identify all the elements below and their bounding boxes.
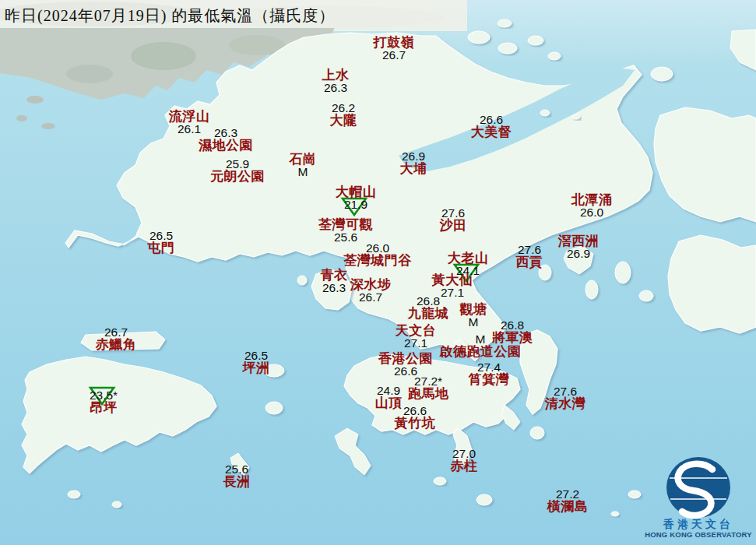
station-name: 天文台 bbox=[396, 324, 437, 337]
station-大美督: 26.6大美督 bbox=[471, 114, 512, 139]
station-九龍城: 26.8九龍城 bbox=[408, 295, 449, 320]
station-value: 27.1 bbox=[396, 337, 437, 349]
station-打鼓嶺: 打鼓嶺26.7 bbox=[374, 36, 415, 61]
station-name: 西貢 bbox=[516, 255, 543, 269]
station-荃灣可觀: 荃灣可觀25.6 bbox=[318, 218, 373, 243]
stations-layer: 打鼓嶺26.7上水26.326.2大隴流浮山26.126.3濕地公園25.9元朗… bbox=[0, 0, 756, 545]
station-name: 打鼓嶺 bbox=[374, 36, 415, 49]
station-清水灣: 27.6清水灣 bbox=[545, 385, 586, 410]
station-value: 26.7 bbox=[350, 291, 392, 303]
station-name: 九龍城 bbox=[408, 307, 449, 320]
station-value: 23.5* bbox=[90, 389, 118, 401]
station-value: 26.5 bbox=[243, 350, 270, 361]
station-value: 26.8 bbox=[492, 319, 533, 331]
station-name: 跑馬地 bbox=[408, 387, 449, 400]
station-name: 深水埗 bbox=[350, 278, 392, 291]
station-荃灣城門谷: 26.0荃灣城門谷 bbox=[343, 242, 412, 267]
station-value: 26.8 bbox=[408, 295, 449, 307]
station-value: 26.0 bbox=[571, 206, 613, 218]
station-name: 香港公園 bbox=[378, 352, 433, 365]
station-value: 25.9 bbox=[210, 158, 265, 170]
station-value: M bbox=[290, 166, 317, 178]
station-坪洲: 26.5坪洲 bbox=[243, 350, 270, 374]
station-元朗公園: 25.9元朗公園 bbox=[210, 158, 265, 183]
station-name: 黃大仙 bbox=[432, 273, 473, 287]
station-value: 27.6 bbox=[516, 244, 543, 255]
station-大隴: 26.2大隴 bbox=[330, 102, 357, 127]
station-name: 荃灣城門谷 bbox=[343, 254, 412, 267]
station-香港公園: 香港公園26.6 bbox=[378, 352, 433, 377]
station-value: 26.2 bbox=[330, 102, 357, 114]
station-name: 赤柱 bbox=[451, 459, 478, 473]
hko-logo-name-en: HONG KONG OBSERVATORY bbox=[645, 530, 752, 539]
station-value: M bbox=[460, 316, 487, 328]
station-value: 27.2 bbox=[547, 488, 589, 500]
station-value: 25.6 bbox=[318, 231, 373, 243]
station-大帽山: 大帽山21.9 bbox=[336, 185, 377, 210]
station-name: 石崗 bbox=[290, 153, 317, 166]
station-value: 26.3 bbox=[322, 82, 350, 93]
station-赤柱: 27.0赤柱 bbox=[451, 448, 478, 473]
station-啟德跑道公園: M啟德跑道公園 bbox=[440, 333, 522, 358]
station-深水埗: 深水埗26.7 bbox=[350, 278, 392, 303]
station-value: 21.9 bbox=[336, 199, 377, 210]
weather-map-screenshot: .land{fill:#edf7ee;stroke:#ffffff;stroke… bbox=[0, 0, 756, 545]
station-name: 觀塘 bbox=[460, 303, 487, 316]
station-青衣: 青衣26.3 bbox=[321, 269, 348, 294]
station-value: 25.6 bbox=[223, 463, 251, 475]
station-北潭涌: 北潭涌26.0 bbox=[571, 193, 613, 218]
station-name: 沙田 bbox=[440, 219, 467, 232]
station-name: 屯門 bbox=[148, 241, 175, 255]
station-西貢: 27.6西貢 bbox=[516, 244, 543, 269]
station-name: 昂坪 bbox=[90, 401, 118, 414]
station-value: 27.2* bbox=[408, 375, 449, 387]
station-value: 26.3 bbox=[199, 127, 253, 139]
station-value: 26.6 bbox=[471, 114, 512, 125]
station-value: 26.6 bbox=[395, 405, 436, 417]
station-長洲: 25.6長洲 bbox=[223, 463, 251, 488]
station-value: 27.6 bbox=[440, 207, 467, 219]
station-跑馬地: 27.2*跑馬地 bbox=[408, 375, 449, 400]
station-name: 青衣 bbox=[321, 269, 348, 282]
station-name: 元朗公園 bbox=[210, 170, 265, 183]
station-name: 濕地公園 bbox=[199, 139, 253, 152]
station-大埔: 26.9大埔 bbox=[400, 150, 427, 175]
station-value: 26.0 bbox=[343, 242, 412, 254]
station-石崗: 石崗M bbox=[290, 153, 317, 178]
station-赤鱲角: 26.7赤鱲角 bbox=[96, 326, 137, 351]
station-value: 26.7 bbox=[374, 49, 415, 61]
station-value: 26.5 bbox=[148, 230, 175, 241]
station-name: 滘西洲 bbox=[558, 234, 600, 248]
station-name: 流浮山 bbox=[169, 110, 210, 123]
station-value: 26.9 bbox=[400, 150, 427, 162]
station-name: 赤鱲角 bbox=[96, 338, 137, 351]
station-昂坪: 23.5*昂坪 bbox=[90, 389, 118, 414]
station-name: 坪洲 bbox=[243, 361, 270, 374]
station-value: 24.9 bbox=[375, 385, 403, 396]
station-天文台: 天文台27.1 bbox=[396, 324, 437, 349]
station-觀塘: 觀塘M bbox=[460, 303, 487, 328]
station-name: 上水 bbox=[322, 69, 350, 82]
station-name: 荃灣可觀 bbox=[318, 218, 373, 231]
station-name: 黃竹坑 bbox=[395, 417, 436, 430]
station-濕地公園: 26.3濕地公園 bbox=[199, 127, 253, 152]
station-value: 27.4 bbox=[469, 361, 510, 373]
station-滘西洲: 滘西洲26.9 bbox=[558, 234, 600, 259]
station-name: 大帽山 bbox=[336, 185, 377, 199]
station-value: 27.6 bbox=[545, 385, 586, 397]
station-name: 橫瀾島 bbox=[547, 500, 589, 513]
station-上水: 上水26.3 bbox=[322, 69, 350, 93]
station-name: 筲箕灣 bbox=[469, 373, 510, 386]
station-橫瀾島: 27.2橫瀾島 bbox=[547, 488, 589, 513]
station-value: M bbox=[440, 333, 522, 345]
station-value: 26.9 bbox=[558, 248, 600, 259]
station-name: 大隴 bbox=[330, 114, 357, 127]
station-筲箕灣: 27.4筲箕灣 bbox=[469, 361, 510, 386]
station-name: 大埔 bbox=[400, 162, 427, 175]
station-name: 啟德跑道公園 bbox=[440, 345, 522, 358]
station-value: 26.7 bbox=[96, 326, 137, 338]
station-name: 大美督 bbox=[471, 125, 512, 139]
station-name: 長洲 bbox=[223, 475, 251, 488]
station-value: 26.3 bbox=[321, 282, 348, 294]
station-name: 北潭涌 bbox=[571, 193, 613, 206]
